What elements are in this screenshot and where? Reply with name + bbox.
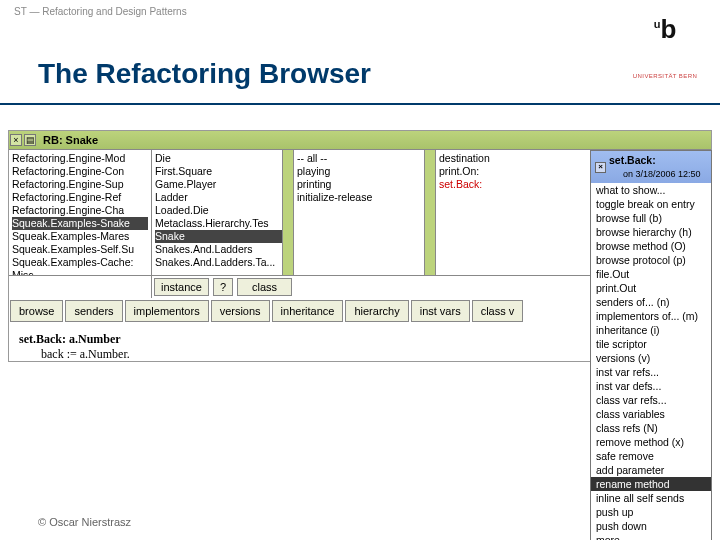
page-title: The Refactoring Browser — [38, 58, 371, 90]
breadcrumb: ST — Refactoring and Design Patterns — [14, 6, 187, 17]
menu-item[interactable]: inst var defs... — [591, 379, 711, 393]
list-item[interactable]: print.On: — [439, 165, 568, 178]
header-divider — [0, 103, 720, 105]
menu-item[interactable]: inst var refs... — [591, 365, 711, 379]
tab-implementors[interactable]: implementors — [125, 300, 209, 322]
menu-item[interactable]: browse protocol (p) — [591, 253, 711, 267]
menu-item[interactable]: versions (v) — [591, 351, 711, 365]
menu-item[interactable]: class variables — [591, 407, 711, 421]
list-item[interactable]: Die — [155, 152, 290, 165]
menu-item[interactable]: browse hierarchy (h) — [591, 225, 711, 239]
list-item[interactable]: printing — [297, 178, 432, 191]
list-item[interactable]: Game.Player — [155, 178, 290, 191]
menu-icon[interactable]: ▤ — [24, 134, 36, 146]
help-button[interactable]: ? — [213, 278, 233, 296]
list-item[interactable]: Squeak.Examples-Self.Su — [12, 243, 148, 256]
list-item[interactable]: -- all -- — [297, 152, 432, 165]
tab-inst-vars[interactable]: inst vars — [411, 300, 470, 322]
tab-class-vars[interactable]: class v — [472, 300, 524, 322]
context-menu-subtitle: on 3/18/2006 12:50 — [609, 167, 701, 181]
close-icon[interactable]: × — [595, 162, 606, 173]
menu-item[interactable]: what to show... — [591, 183, 711, 197]
list-item[interactable]: Misc — [12, 269, 148, 275]
list-item[interactable]: Snake — [155, 230, 290, 243]
menu-item[interactable]: senders of... (n) — [591, 295, 711, 309]
list-item[interactable]: Snakes.And.Ladders.Ta... — [155, 256, 290, 269]
list-item[interactable]: Squeak.Examples-Snake — [12, 217, 148, 230]
menu-item[interactable]: tile scriptor — [591, 337, 711, 351]
list-item[interactable]: Squeak.Examples-Cache: — [12, 256, 148, 269]
menu-item[interactable]: more... — [591, 533, 711, 540]
menu-item[interactable]: safe remove — [591, 449, 711, 463]
protocol-list[interactable]: -- all -- playing printing initialize-re… — [294, 150, 436, 275]
list-item[interactable]: Refactoring.Engine-Con — [12, 165, 148, 178]
menu-item[interactable]: class refs (N) — [591, 421, 711, 435]
menu-item[interactable]: browse full (b) — [591, 211, 711, 225]
class-button[interactable]: class — [237, 278, 292, 296]
browser-window-title: RB: Snake — [43, 134, 98, 146]
class-list[interactable]: Die First.Square Game.Player Ladder Load… — [152, 150, 294, 275]
list-item[interactable]: Refactoring.Engine-Mod — [12, 152, 148, 165]
logo-text: UNIVERSITÄT BERN — [628, 45, 702, 80]
menu-item[interactable]: inheritance (i) — [591, 323, 711, 337]
menu-item[interactable]: inline all self sends — [591, 491, 711, 505]
list-item[interactable]: set.Back: — [439, 178, 568, 191]
menu-item[interactable]: toggle break on entry — [591, 197, 711, 211]
menu-item[interactable]: push up — [591, 505, 711, 519]
menu-item[interactable]: browse method (O) — [591, 239, 711, 253]
package-list[interactable]: Refactoring.Engine-Mod Refactoring.Engin… — [9, 150, 152, 275]
menu-item[interactable]: rename method — [591, 477, 711, 491]
list-item[interactable]: destination — [439, 152, 568, 165]
browser-title-bar[interactable]: × ▤ RB: Snake — [9, 131, 711, 150]
menu-item[interactable]: print.Out — [591, 281, 711, 295]
menu-item[interactable]: push down — [591, 519, 711, 533]
tab-browse[interactable]: browse — [10, 300, 63, 322]
list-item[interactable]: First.Square — [155, 165, 290, 178]
scrollbar[interactable] — [424, 150, 435, 275]
menu-item[interactable]: add parameter — [591, 463, 711, 477]
list-item[interactable]: initialize-release — [297, 191, 432, 204]
footer-copyright: © Oscar Nierstrasz — [38, 516, 131, 528]
menu-item[interactable]: class var refs... — [591, 393, 711, 407]
context-menu-title-bar[interactable]: × set.Back: on 3/18/2006 12:50 — [591, 151, 711, 183]
menu-item[interactable]: implementors of... (m) — [591, 309, 711, 323]
university-logo: ub UNIVERSITÄT BERN — [628, 14, 702, 80]
list-item[interactable]: Refactoring.Engine-Sup — [12, 178, 148, 191]
close-icon[interactable]: × — [10, 134, 22, 146]
menu-item[interactable]: file.Out — [591, 267, 711, 281]
tab-versions[interactable]: versions — [211, 300, 270, 322]
list-item[interactable]: Metaclass.Hierarchy.Tes — [155, 217, 290, 230]
tab-hierarchy[interactable]: hierarchy — [345, 300, 408, 322]
tab-inheritance[interactable]: inheritance — [272, 300, 344, 322]
method-context-menu: × set.Back: on 3/18/2006 12:50 what to s… — [590, 150, 712, 540]
list-item[interactable]: Refactoring.Engine-Cha — [12, 204, 148, 217]
logo-b-mark: b — [660, 14, 676, 44]
scrollbar[interactable] — [282, 150, 293, 275]
method-list[interactable]: destination print.On: set.Back: — [436, 150, 571, 275]
list-item[interactable]: Squeak.Examples-Mares — [12, 230, 148, 243]
list-item[interactable]: Ladder — [155, 191, 290, 204]
list-item[interactable]: Snakes.And.Ladders — [155, 243, 290, 256]
context-menu-title: set.Back: — [609, 153, 701, 167]
menu-item[interactable]: remove method (x) — [591, 435, 711, 449]
list-item[interactable]: Loaded.Die — [155, 204, 290, 217]
list-item[interactable]: Refactoring.Engine-Ref — [12, 191, 148, 204]
instance-button[interactable]: instance — [154, 278, 209, 296]
tab-senders[interactable]: senders — [65, 300, 122, 322]
list-item[interactable]: playing — [297, 165, 432, 178]
